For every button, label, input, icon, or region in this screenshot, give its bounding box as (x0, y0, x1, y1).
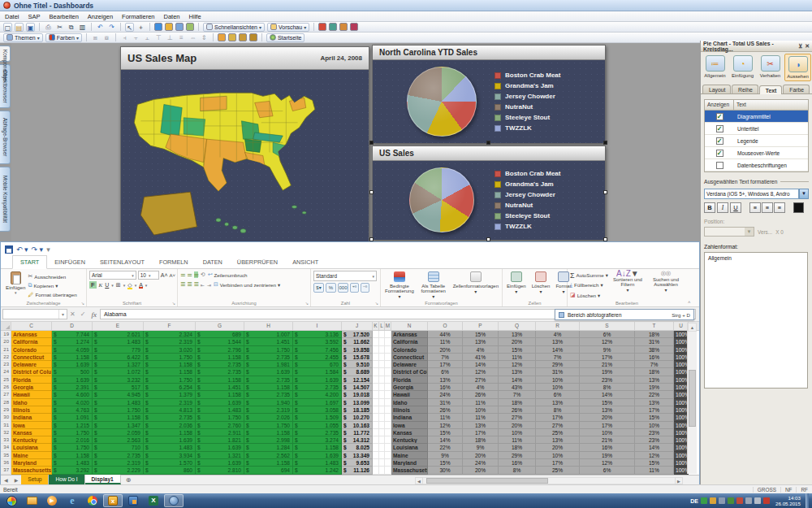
percent-cell[interactable]: 23% (580, 376, 635, 384)
italic-button[interactable]: K (99, 282, 103, 289)
group-icon[interactable]: ⧈ (91, 33, 100, 42)
state-cell[interactable]: Iowa (391, 422, 428, 429)
state-cell[interactable]: Georgia (391, 384, 428, 391)
percent-cell[interactable]: 27% (536, 422, 580, 429)
sales-value-cell[interactable]: $1.750 (244, 346, 293, 354)
sales-value-cell[interactable]: $4.020 (52, 399, 93, 406)
manage-connections-icon[interactable] (154, 23, 162, 31)
percent-cell[interactable]: 11% (635, 467, 674, 474)
empty-cell[interactable] (385, 391, 391, 398)
us-sales-panel[interactable]: US Sales Boston Crab MeatGrandma's JamJe… (372, 145, 606, 240)
copy-button[interactable]: ⧉Kopieren▾ (28, 281, 76, 289)
percent-cell[interactable]: 14% (536, 346, 580, 354)
checkbox-checked[interactable]: ✓ (716, 137, 723, 145)
percent-cell[interactable]: 13% (536, 399, 580, 406)
sales-value-cell[interactable]: $2.735 (144, 414, 196, 421)
percent-cell[interactable]: 17% (428, 361, 463, 368)
percent-cell[interactable]: 16% (635, 354, 674, 361)
state-cell[interactable]: Connecticut (391, 354, 428, 361)
nc-ytd-sales-panel[interactable]: North Carolina YTD Sales Boston Crab Mea… (372, 45, 606, 143)
align-left-button[interactable]: ≡ (749, 202, 761, 213)
total-cell[interactable]: $10.163 (342, 422, 373, 429)
sales-value-cell[interactable]: $1.158 (144, 429, 196, 436)
percent-cell[interactable]: 13% (536, 436, 580, 444)
column-header-O[interactable]: O (428, 322, 463, 330)
empty-cell[interactable] (373, 354, 379, 361)
empty-cell[interactable] (385, 331, 391, 338)
checkbox-checked[interactable]: ✓ (716, 150, 723, 157)
increase-indent-icon[interactable]: ⇥ (207, 282, 211, 288)
sales-value-cell[interactable]: $2.735 (244, 376, 293, 384)
ribbon-tab-start[interactable]: START (12, 255, 47, 269)
align-center-icon[interactable]: ⫟ (132, 33, 140, 42)
sales-value-cell[interactable]: $1.750 (144, 354, 196, 361)
sales-value-cell[interactable]: $689 (196, 331, 244, 338)
row-number[interactable]: 29 (1, 406, 11, 414)
percent-cell[interactable]: 11% (463, 414, 499, 421)
vertical-scrollbar[interactable]: ▲ (687, 323, 697, 474)
percent-cell[interactable]: 16% (580, 444, 635, 451)
row-number[interactable]: 36 (1, 459, 11, 467)
bold-button[interactable]: B (704, 202, 715, 213)
open-icon[interactable]: ▤ (15, 23, 24, 32)
percent-cell[interactable]: 29% (536, 361, 580, 368)
empty-cell[interactable] (379, 331, 385, 338)
nav-aussehen[interactable]: ◑Aussehen (784, 54, 811, 81)
menu-item-formatieren[interactable]: Formatieren (122, 13, 154, 20)
ungroup-icon[interactable]: ⧇ (102, 33, 111, 42)
fill-button[interactable]: ⤓Füllbereich▾ (570, 280, 608, 289)
sales-value-cell[interactable]: $3.136 (293, 331, 342, 338)
state-cell[interactable]: District of Columbia (11, 368, 52, 376)
italic-button[interactable]: I (717, 202, 728, 213)
empty-cell[interactable] (379, 452, 385, 459)
sales-value-cell[interactable]: $1.158 (196, 376, 244, 384)
format-as-table-button[interactable]: Als Tabelle formatieren▾ (417, 271, 450, 300)
total-cell[interactable]: $13.099 (342, 399, 373, 406)
sales-value-cell[interactable]: $2.796 (196, 346, 244, 354)
sales-value-cell[interactable]: $1.158 (52, 354, 93, 361)
text-option-row[interactable]: Datenbeschriftungen (705, 159, 808, 172)
sales-value-cell[interactable]: $1.483 (52, 459, 93, 467)
sales-value-cell[interactable]: $1.158 (93, 414, 144, 421)
taskbar-media-player[interactable]: ▶ (42, 494, 62, 507)
currency-icon[interactable]: $▾ (313, 283, 324, 293)
total-cell[interactable]: $11.662 (342, 338, 373, 345)
sales-value-cell[interactable]: $4.945 (93, 391, 144, 398)
sales-value-cell[interactable]: $1.158 (244, 459, 293, 467)
column-header-Q[interactable]: Q (499, 322, 536, 330)
scrollbar-thumb[interactable] (426, 478, 548, 484)
borders-icon[interactable]: ⊞ (116, 282, 121, 289)
sales-value-cell[interactable]: $3.058 (293, 406, 342, 414)
add-component-icon[interactable]: ＋ (136, 23, 145, 32)
sales-value-cell[interactable]: $1.158 (144, 368, 196, 376)
sales-value-cell[interactable]: $1.451 (196, 384, 244, 391)
percent-cell[interactable]: 17% (635, 406, 674, 414)
percent-cell[interactable]: 10% (499, 429, 536, 436)
sales-value-cell[interactable]: $1.750 (196, 414, 244, 421)
same-width-icon[interactable]: ⇔ (188, 33, 197, 42)
row-number[interactable]: 34 (1, 444, 11, 451)
sales-value-cell[interactable]: $3.020 (144, 346, 196, 354)
sales-value-cell[interactable]: $2.229 (93, 467, 144, 474)
cut-button[interactable]: ✂Ausschneiden (28, 272, 76, 280)
sales-value-cell[interactable]: $2.319 (244, 406, 293, 414)
nav-allgemein[interactable]: ≔Allgemein (702, 54, 728, 81)
taskbar-blue-app[interactable] (164, 494, 184, 507)
tab-layout[interactable]: Layout (702, 85, 731, 93)
total-cell[interactable]: $13.349 (342, 452, 373, 459)
sales-value-cell[interactable]: $1.158 (244, 429, 293, 436)
state-cell[interactable]: District of Columbia (391, 368, 428, 376)
grow-font-icon[interactable]: A˄ (161, 272, 168, 278)
text-option-row[interactable]: ✓Legende (705, 135, 808, 147)
percent-cell[interactable]: 16% (428, 384, 463, 391)
state-cell[interactable]: Indiana (391, 414, 428, 421)
sales-value-cell[interactable]: $1.483 (293, 459, 342, 467)
empty-cell[interactable] (379, 384, 385, 391)
sales-value-cell[interactable]: $4.813 (144, 406, 196, 414)
underline-button[interactable]: U (730, 202, 741, 213)
cell-styles-button[interactable]: Zellenformatvorlagen▾ (451, 271, 500, 300)
sales-value-cell[interactable]: $6.422 (93, 354, 144, 361)
tray-icon[interactable] (710, 497, 716, 504)
fx-icon[interactable]: fx (91, 310, 97, 319)
state-cell[interactable]: California (11, 338, 52, 345)
